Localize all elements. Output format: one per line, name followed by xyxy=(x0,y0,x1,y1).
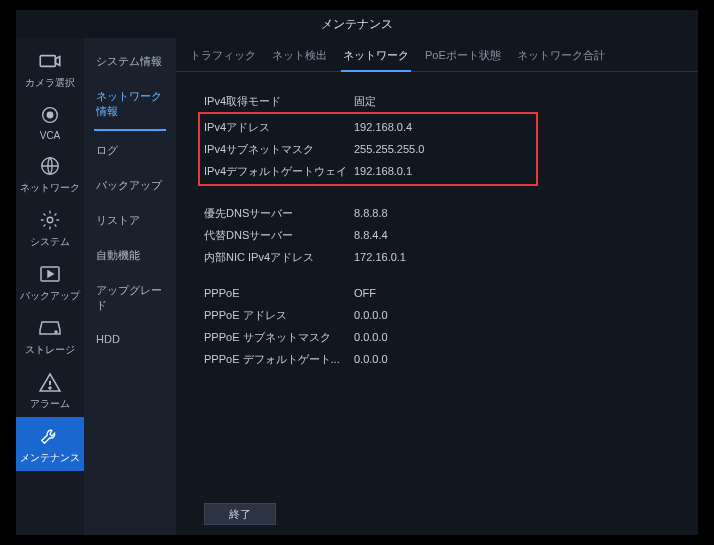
value: 0.0.0.0 xyxy=(354,309,388,321)
row-ipv4-mask: IPv4サブネットマスク 255.255.255.0 xyxy=(204,138,532,160)
sidebar-item-vca[interactable]: VCA xyxy=(16,96,84,147)
camera-icon xyxy=(37,50,63,72)
svg-point-6 xyxy=(55,331,57,333)
subnav-item-sysinfo[interactable]: システム情報 xyxy=(84,44,176,79)
wrench-icon xyxy=(37,425,63,447)
subnav-item-backup[interactable]: バックアップ xyxy=(84,168,176,203)
tab-label: ネットワーク xyxy=(343,49,409,61)
row-pppoe-addr: PPPoE アドレス 0.0.0.0 xyxy=(204,304,698,326)
value: 固定 xyxy=(354,94,376,109)
tabs: トラフィック ネット検出 ネットワーク PoEポート状態 ネットワーク合計 xyxy=(176,38,698,72)
sidebar-label: システム xyxy=(30,235,70,249)
gear-icon xyxy=(37,209,63,231)
value: 192.168.0.1 xyxy=(354,165,412,177)
sidebar: カメラ選択 VCA ネットワーク xyxy=(16,38,84,535)
sidebar-label: ストレージ xyxy=(25,343,75,357)
label: PPPoE アドレス xyxy=(204,308,354,323)
row-ipv4-gateway: IPv4デフォルトゲートウェイ 192.168.0.1 xyxy=(204,160,532,182)
row-pppoe-gw: PPPoE デフォルトゲート... 0.0.0.0 xyxy=(204,348,698,370)
titlebar: メンテナンス xyxy=(16,10,698,38)
subnav-item-log[interactable]: ログ xyxy=(84,133,176,168)
svg-point-7 xyxy=(49,387,51,389)
svg-rect-0 xyxy=(40,56,55,67)
tab-network[interactable]: ネットワーク xyxy=(341,44,411,71)
subnav-label: アップグレード xyxy=(96,284,162,311)
label: PPPoE サブネットマスク xyxy=(204,330,354,345)
tab-label: トラフィック xyxy=(190,49,256,61)
app-outer: メンテナンス カメラ選択 VCA xyxy=(0,0,714,545)
row-dns1: 優先DNSサーバー 8.8.8.8 xyxy=(204,202,698,224)
label: PPPoE デフォルトゲート... xyxy=(204,352,354,367)
target-icon xyxy=(37,104,63,126)
subnav-item-restore[interactable]: リストア xyxy=(84,203,176,238)
subnav-item-hdd[interactable]: HDD xyxy=(84,323,176,355)
subnav-label: システム情報 xyxy=(96,55,162,67)
label: IPv4アドレス xyxy=(204,120,354,135)
sidebar-item-network[interactable]: ネットワーク xyxy=(16,147,84,201)
app-window: メンテナンス カメラ選択 VCA xyxy=(16,10,698,535)
footer: 終了 xyxy=(176,495,698,535)
sidebar-item-storage[interactable]: ストレージ xyxy=(16,309,84,363)
subnav-label: ネットワーク情報 xyxy=(96,90,162,117)
subnav-label: リストア xyxy=(96,214,140,226)
value: 0.0.0.0 xyxy=(354,331,388,343)
sidebar-label: カメラ選択 xyxy=(25,76,75,90)
sidebar-label: メンテナンス xyxy=(20,451,80,465)
sidebar-item-alarm[interactable]: アラーム xyxy=(16,363,84,417)
sidebar-label: ネットワーク xyxy=(20,181,80,195)
row-pppoe: PPPoE OFF xyxy=(204,282,698,304)
subnav-label: バックアップ xyxy=(96,179,162,191)
row-nic-ip: 内部NIC IPv4アドレス 172.16.0.1 xyxy=(204,246,698,268)
subnav-item-upgrade[interactable]: アップグレード xyxy=(84,273,176,323)
content: IPv4取得モード 固定 IPv4アドレス 192.168.0.4 IPv4サブ… xyxy=(176,72,698,495)
warning-icon xyxy=(37,371,63,393)
tab-poe[interactable]: PoEポート状態 xyxy=(423,44,503,71)
value: 255.255.255.0 xyxy=(354,143,424,155)
subnav-label: HDD xyxy=(96,333,120,345)
value: OFF xyxy=(354,287,376,299)
label: IPv4取得モード xyxy=(204,94,354,109)
label: 代替DNSサーバー xyxy=(204,228,354,243)
svg-point-2 xyxy=(47,112,53,118)
highlight-box: IPv4アドレス 192.168.0.4 IPv4サブネットマスク 255.25… xyxy=(198,112,538,186)
tab-netdetect[interactable]: ネット検出 xyxy=(270,44,329,71)
sidebar-label: アラーム xyxy=(30,397,70,411)
tab-traffic[interactable]: トラフィック xyxy=(188,44,258,71)
globe-icon xyxy=(37,155,63,177)
value: 192.168.0.4 xyxy=(354,121,412,133)
button-label: 終了 xyxy=(229,507,251,522)
main-panel: トラフィック ネット検出 ネットワーク PoEポート状態 ネットワーク合計 IP… xyxy=(176,38,698,535)
tab-label: PoEポート状態 xyxy=(425,49,501,61)
subnav-label: 自動機能 xyxy=(96,249,140,261)
subnav-item-auto[interactable]: 自動機能 xyxy=(84,238,176,273)
subnav-item-netinfo[interactable]: ネットワーク情報 xyxy=(84,79,176,129)
sidebar-item-backup[interactable]: バックアップ xyxy=(16,255,84,309)
row-ipv4-mode: IPv4取得モード 固定 xyxy=(204,90,698,112)
value: 172.16.0.1 xyxy=(354,251,406,263)
sidebar-item-camera[interactable]: カメラ選択 xyxy=(16,42,84,96)
sidebar-item-system[interactable]: システム xyxy=(16,201,84,255)
row-pppoe-mask: PPPoE サブネットマスク 0.0.0.0 xyxy=(204,326,698,348)
hdd-icon xyxy=(37,317,63,339)
tab-label: ネット検出 xyxy=(272,49,327,61)
window-title: メンテナンス xyxy=(321,16,393,33)
sidebar-label: バックアップ xyxy=(20,289,80,303)
row-ipv4-address: IPv4アドレス 192.168.0.4 xyxy=(204,116,532,138)
sidebar-item-maintenance[interactable]: メンテナンス xyxy=(16,417,84,471)
subnav-active-underline xyxy=(94,129,166,131)
tab-nettotal[interactable]: ネットワーク合計 xyxy=(515,44,607,71)
label: IPv4サブネットマスク xyxy=(204,142,354,157)
value: 8.8.4.4 xyxy=(354,229,388,241)
value: 8.8.8.8 xyxy=(354,207,388,219)
svg-point-4 xyxy=(47,217,53,223)
subnav: システム情報 ネットワーク情報 ログ バックアップ リストア 自動機能 アップグ… xyxy=(84,38,176,535)
label: 優先DNSサーバー xyxy=(204,206,354,221)
exit-button[interactable]: 終了 xyxy=(204,503,276,525)
sidebar-label: VCA xyxy=(40,130,61,141)
body: カメラ選択 VCA ネットワーク xyxy=(16,38,698,535)
label: IPv4デフォルトゲートウェイ xyxy=(204,164,354,179)
tab-label: ネットワーク合計 xyxy=(517,49,605,61)
subnav-label: ログ xyxy=(96,144,118,156)
label: 内部NIC IPv4アドレス xyxy=(204,250,354,265)
play-rect-icon xyxy=(37,263,63,285)
